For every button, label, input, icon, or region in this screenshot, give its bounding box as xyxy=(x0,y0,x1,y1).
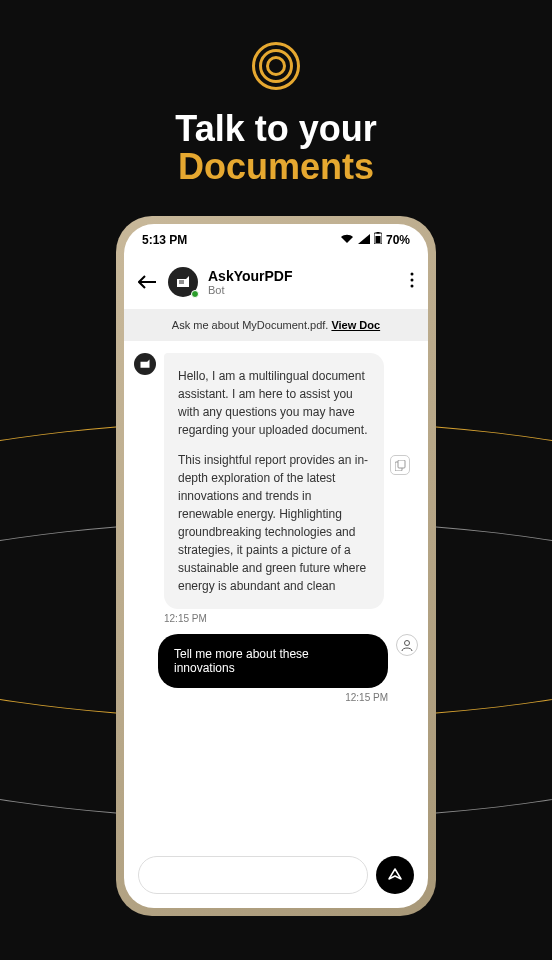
message-input[interactable] xyxy=(138,856,368,894)
phone-screen: 5:13 PM 70% xyxy=(124,224,428,908)
bot-message: Hello, I am a multilingual document assi… xyxy=(164,353,384,609)
hero-line2: Documents xyxy=(0,146,552,188)
chat-subtitle: Bot xyxy=(208,284,400,296)
status-battery-pct: 70% xyxy=(386,233,410,247)
hero-title: Talk to your Documents xyxy=(0,108,552,188)
svg-rect-1 xyxy=(375,236,380,243)
svg-rect-7 xyxy=(398,460,405,468)
user-timestamp: 12:15 PM xyxy=(134,692,388,703)
app-logo xyxy=(0,0,552,90)
chat-title: AskYourPDF xyxy=(208,268,400,284)
hero-line1: Talk to your xyxy=(0,108,552,150)
svg-point-3 xyxy=(411,273,414,276)
view-doc-link[interactable]: View Doc xyxy=(331,319,380,331)
chat-header: AskYourPDF Bot xyxy=(124,251,428,309)
bot-message-p2: This insightful report provides an in-de… xyxy=(178,451,370,595)
user-avatar xyxy=(396,634,418,656)
copy-button[interactable] xyxy=(390,455,410,475)
signal-icon xyxy=(358,233,370,247)
user-message: Tell me more about these innovations xyxy=(158,634,388,688)
banner-text: Ask me about MyDocument.pdf. xyxy=(172,319,332,331)
svg-point-4 xyxy=(411,279,414,282)
bot-message-p1: Hello, I am a multilingual document assi… xyxy=(178,367,370,439)
svg-point-8 xyxy=(405,641,410,646)
menu-button[interactable] xyxy=(410,272,414,292)
status-bar: 5:13 PM 70% xyxy=(124,224,428,251)
send-button[interactable] xyxy=(376,856,414,894)
battery-icon xyxy=(374,232,382,247)
document-banner: Ask me about MyDocument.pdf. View Doc xyxy=(124,309,428,341)
bot-timestamp: 12:15 PM xyxy=(164,613,418,624)
wifi-icon xyxy=(340,233,354,247)
phone-frame: 5:13 PM 70% xyxy=(116,216,436,916)
svg-rect-2 xyxy=(376,232,379,234)
svg-point-5 xyxy=(411,285,414,288)
bot-avatar-small xyxy=(134,353,156,375)
status-time: 5:13 PM xyxy=(142,233,187,247)
rings-icon xyxy=(252,42,300,90)
chat-body[interactable]: Hello, I am a multilingual document assi… xyxy=(124,341,428,848)
back-button[interactable] xyxy=(138,271,158,294)
input-bar xyxy=(124,848,428,908)
online-indicator xyxy=(191,290,199,298)
